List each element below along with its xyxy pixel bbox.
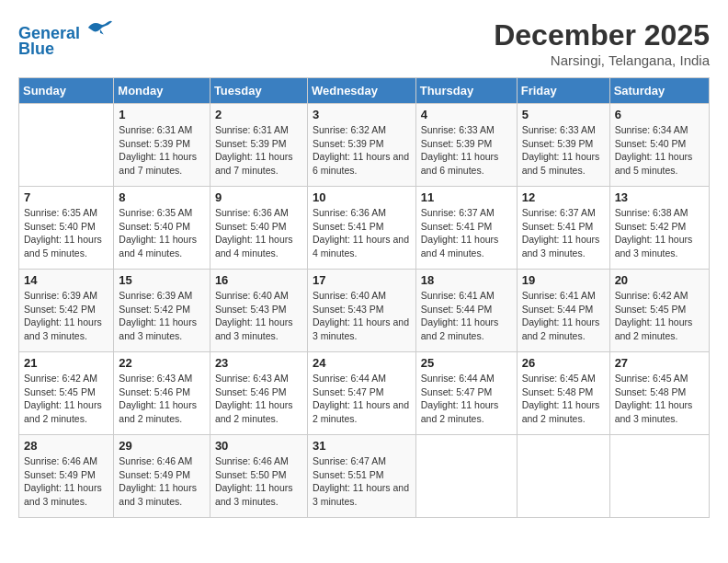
day-info: Sunrise: 6:45 AMSunset: 5:48 PMDaylight:… — [522, 372, 605, 426]
day-info: Sunrise: 6:36 AMSunset: 5:41 PMDaylight:… — [313, 206, 411, 260]
day-number: 22 — [119, 356, 205, 370]
calendar-cell: 9Sunrise: 6:36 AMSunset: 5:40 PMDaylight… — [210, 187, 307, 270]
calendar-week-row: 7Sunrise: 6:35 AMSunset: 5:40 PMDaylight… — [19, 187, 710, 270]
day-number: 30 — [215, 439, 302, 453]
day-number: 31 — [313, 439, 411, 453]
day-number: 13 — [615, 190, 704, 204]
calendar-cell: 15Sunrise: 6:39 AMSunset: 5:42 PMDayligh… — [114, 270, 210, 352]
day-info: Sunrise: 6:40 AMSunset: 5:43 PMDaylight:… — [215, 289, 302, 343]
day-info: Sunrise: 6:46 AMSunset: 5:49 PMDaylight:… — [119, 454, 205, 509]
day-info: Sunrise: 6:35 AMSunset: 5:40 PMDaylight:… — [24, 206, 108, 260]
page-header: General Blue December 2025 Narsingi, Tel… — [18, 18, 710, 68]
calendar-week-row: 28Sunrise: 6:46 AMSunset: 5:49 PMDayligh… — [19, 435, 710, 518]
day-number: 15 — [119, 273, 205, 287]
col-header-thursday: Thursday — [415, 78, 517, 104]
day-info: Sunrise: 6:45 AMSunset: 5:48 PMDaylight:… — [615, 372, 704, 426]
logo-bird-icon — [86, 18, 112, 39]
calendar-cell: 4Sunrise: 6:33 AMSunset: 5:39 PMDaylight… — [415, 104, 517, 187]
calendar-cell: 2Sunrise: 6:31 AMSunset: 5:39 PMDaylight… — [210, 104, 307, 187]
calendar-cell: 18Sunrise: 6:41 AMSunset: 5:44 PMDayligh… — [415, 270, 517, 352]
day-number: 29 — [119, 439, 205, 453]
day-info: Sunrise: 6:46 AMSunset: 5:50 PMDaylight:… — [215, 454, 302, 509]
day-number: 1 — [119, 108, 205, 121]
day-number: 24 — [313, 356, 411, 370]
day-number: 8 — [119, 190, 205, 204]
calendar-cell — [19, 104, 114, 187]
day-number: 16 — [215, 273, 302, 287]
calendar-cell: 25Sunrise: 6:44 AMSunset: 5:47 PMDayligh… — [415, 352, 517, 435]
day-number: 10 — [313, 190, 411, 204]
calendar-cell: 23Sunrise: 6:43 AMSunset: 5:46 PMDayligh… — [210, 352, 307, 435]
location-subtitle: Narsingi, Telangana, India — [494, 52, 710, 68]
col-header-friday: Friday — [517, 78, 609, 104]
calendar-cell: 8Sunrise: 6:35 AMSunset: 5:40 PMDaylight… — [114, 187, 210, 270]
day-number: 23 — [215, 356, 302, 370]
calendar-cell — [415, 435, 517, 518]
day-info: Sunrise: 6:42 AMSunset: 5:45 PMDaylight:… — [615, 289, 704, 343]
title-block: December 2025 Narsingi, Telangana, India — [494, 18, 710, 68]
day-info: Sunrise: 6:39 AMSunset: 5:42 PMDaylight:… — [119, 289, 205, 343]
day-info: Sunrise: 6:32 AMSunset: 5:39 PMDaylight:… — [313, 123, 411, 178]
day-info: Sunrise: 6:33 AMSunset: 5:39 PMDaylight:… — [421, 123, 512, 178]
day-number: 17 — [313, 273, 411, 287]
day-number: 9 — [215, 190, 302, 204]
day-info: Sunrise: 6:33 AMSunset: 5:39 PMDaylight:… — [522, 123, 605, 178]
calendar-cell: 7Sunrise: 6:35 AMSunset: 5:40 PMDaylight… — [19, 187, 114, 270]
calendar-cell: 17Sunrise: 6:40 AMSunset: 5:43 PMDayligh… — [307, 270, 415, 352]
day-number: 3 — [313, 108, 411, 121]
day-number: 6 — [615, 108, 704, 121]
day-number: 7 — [24, 190, 108, 204]
col-header-tuesday: Tuesday — [210, 78, 307, 104]
day-info: Sunrise: 6:31 AMSunset: 5:39 PMDaylight:… — [119, 123, 205, 178]
day-info: Sunrise: 6:41 AMSunset: 5:44 PMDaylight:… — [522, 289, 605, 343]
logo: General Blue — [18, 18, 112, 59]
calendar-cell: 3Sunrise: 6:32 AMSunset: 5:39 PMDaylight… — [307, 104, 415, 187]
day-info: Sunrise: 6:31 AMSunset: 5:39 PMDaylight:… — [215, 123, 302, 178]
day-info: Sunrise: 6:44 AMSunset: 5:47 PMDaylight:… — [313, 372, 411, 426]
col-header-wednesday: Wednesday — [307, 78, 415, 104]
day-number: 4 — [421, 108, 512, 121]
day-number: 5 — [522, 108, 605, 121]
day-number: 2 — [215, 108, 302, 121]
calendar-header-row: SundayMondayTuesdayWednesdayThursdayFrid… — [19, 78, 710, 104]
calendar-cell: 30Sunrise: 6:46 AMSunset: 5:50 PMDayligh… — [210, 435, 307, 518]
day-number: 25 — [421, 356, 512, 370]
calendar-cell: 16Sunrise: 6:40 AMSunset: 5:43 PMDayligh… — [210, 270, 307, 352]
day-info: Sunrise: 6:38 AMSunset: 5:42 PMDaylight:… — [615, 206, 704, 260]
calendar-cell: 14Sunrise: 6:39 AMSunset: 5:42 PMDayligh… — [19, 270, 114, 352]
day-info: Sunrise: 6:40 AMSunset: 5:43 PMDaylight:… — [313, 289, 411, 343]
calendar-cell: 5Sunrise: 6:33 AMSunset: 5:39 PMDaylight… — [517, 104, 609, 187]
day-number: 14 — [24, 273, 108, 287]
day-info: Sunrise: 6:36 AMSunset: 5:40 PMDaylight:… — [215, 206, 302, 260]
calendar-cell: 10Sunrise: 6:36 AMSunset: 5:41 PMDayligh… — [307, 187, 415, 270]
day-info: Sunrise: 6:37 AMSunset: 5:41 PMDaylight:… — [522, 206, 605, 260]
calendar-cell: 22Sunrise: 6:43 AMSunset: 5:46 PMDayligh… — [114, 352, 210, 435]
calendar-cell: 20Sunrise: 6:42 AMSunset: 5:45 PMDayligh… — [609, 270, 709, 352]
calendar-cell: 21Sunrise: 6:42 AMSunset: 5:45 PMDayligh… — [19, 352, 114, 435]
calendar-cell — [609, 435, 709, 518]
calendar-cell: 12Sunrise: 6:37 AMSunset: 5:41 PMDayligh… — [517, 187, 609, 270]
calendar-cell: 19Sunrise: 6:41 AMSunset: 5:44 PMDayligh… — [517, 270, 609, 352]
day-info: Sunrise: 6:42 AMSunset: 5:45 PMDaylight:… — [24, 372, 108, 426]
day-number: 18 — [421, 273, 512, 287]
day-number: 20 — [615, 273, 704, 287]
calendar-cell: 26Sunrise: 6:45 AMSunset: 5:48 PMDayligh… — [517, 352, 609, 435]
day-info: Sunrise: 6:43 AMSunset: 5:46 PMDaylight:… — [119, 372, 205, 426]
calendar-table: SundayMondayTuesdayWednesdayThursdayFrid… — [18, 77, 710, 518]
day-info: Sunrise: 6:41 AMSunset: 5:44 PMDaylight:… — [421, 289, 512, 343]
calendar-cell: 1Sunrise: 6:31 AMSunset: 5:39 PMDaylight… — [114, 104, 210, 187]
calendar-cell: 27Sunrise: 6:45 AMSunset: 5:48 PMDayligh… — [609, 352, 709, 435]
day-info: Sunrise: 6:43 AMSunset: 5:46 PMDaylight:… — [215, 372, 302, 426]
calendar-cell: 13Sunrise: 6:38 AMSunset: 5:42 PMDayligh… — [609, 187, 709, 270]
calendar-cell: 29Sunrise: 6:46 AMSunset: 5:49 PMDayligh… — [114, 435, 210, 518]
day-number: 28 — [24, 439, 108, 453]
day-info: Sunrise: 6:44 AMSunset: 5:47 PMDaylight:… — [421, 372, 512, 426]
calendar-cell: 11Sunrise: 6:37 AMSunset: 5:41 PMDayligh… — [415, 187, 517, 270]
month-title: December 2025 — [494, 18, 710, 52]
day-number: 11 — [421, 190, 512, 204]
col-header-sunday: Sunday — [19, 78, 114, 104]
day-number: 21 — [24, 356, 108, 370]
day-info: Sunrise: 6:39 AMSunset: 5:42 PMDaylight:… — [24, 289, 108, 343]
calendar-cell: 24Sunrise: 6:44 AMSunset: 5:47 PMDayligh… — [307, 352, 415, 435]
calendar-cell: 6Sunrise: 6:34 AMSunset: 5:40 PMDaylight… — [609, 104, 709, 187]
